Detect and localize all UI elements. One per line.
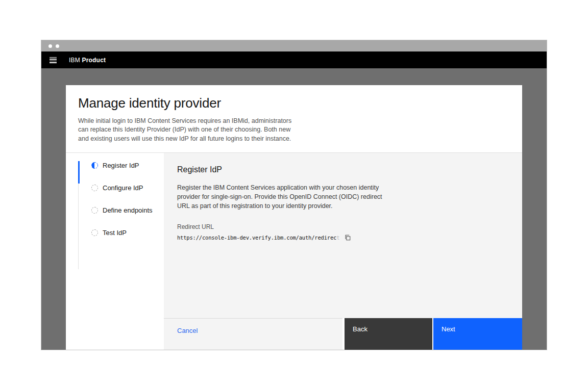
step-register-idp[interactable]: Register IdP <box>78 161 164 184</box>
step-define-endpoints[interactable]: Define endpoints <box>78 206 164 228</box>
progress-rail-tail <box>78 251 164 269</box>
step-test-idp[interactable]: Test IdP <box>78 228 164 251</box>
step-body-text: Register the IBM Content Services applic… <box>177 183 382 211</box>
progress-steps: Register IdP Configure IdP Define endpoi… <box>66 153 164 350</box>
brand-name: Product <box>82 57 106 64</box>
step-label: Register IdP <box>103 162 139 170</box>
step-label: Test IdP <box>103 229 127 237</box>
app-header: IBM Product <box>41 51 547 68</box>
step-configure-idp[interactable]: Configure IdP <box>78 184 164 206</box>
step-label: Define endpoints <box>103 206 153 215</box>
step-heading: Register IdP <box>177 165 509 174</box>
app-window: IBM Product Manage identity provider Whi… <box>41 40 547 350</box>
hamburger-menu-icon[interactable] <box>50 57 57 63</box>
brand-prefix: IBM <box>69 57 80 64</box>
window-body: Manage identity provider While initial l… <box>41 68 547 350</box>
window-titlebar <box>41 40 547 51</box>
footer-cancel-area: Cancel <box>164 318 342 350</box>
brand: IBM Product <box>69 57 106 64</box>
next-button[interactable]: Next <box>433 318 522 350</box>
manage-idp-panel: Manage identity provider While initial l… <box>66 85 522 350</box>
step-incomplete-icon <box>91 207 98 214</box>
page: IBM Product Manage identity provider Whi… <box>0 0 588 391</box>
redirect-url-value: https://console-ibm-dev.verify.ibm.com/a… <box>177 234 339 241</box>
step-label: Configure IdP <box>103 184 143 192</box>
redirect-url-row: https://console-ibm-dev.verify.ibm.com/a… <box>177 233 509 242</box>
window-control-dot[interactable] <box>56 44 59 48</box>
panel-header: Manage identity provider While initial l… <box>66 85 522 153</box>
back-button[interactable]: Back <box>345 318 432 350</box>
step-incomplete-icon <box>91 229 98 236</box>
panel-lower: Register IdP Configure IdP Define endpoi… <box>66 153 522 350</box>
step-incomplete-icon <box>91 185 98 191</box>
wizard-footer: Cancel Back Next <box>164 318 522 350</box>
page-description: While initial login to IBM Content Servi… <box>78 117 295 143</box>
page-title: Manage identity provider <box>78 95 510 111</box>
window-control-dot[interactable] <box>48 44 52 48</box>
step-current-icon <box>91 162 98 169</box>
cancel-button[interactable]: Cancel <box>177 327 198 334</box>
redirect-url-label: Redirect URL <box>177 223 509 230</box>
redirect-url-truncated: t <box>336 234 339 241</box>
copy-icon[interactable] <box>344 233 352 242</box>
step-content: Register IdP Register the IBM Content Se… <box>164 153 522 318</box>
redirect-url-main: https://console-ibm-dev.verify.ibm.com/a… <box>177 234 336 241</box>
step-content-column: Register IdP Register the IBM Content Se… <box>164 153 522 350</box>
